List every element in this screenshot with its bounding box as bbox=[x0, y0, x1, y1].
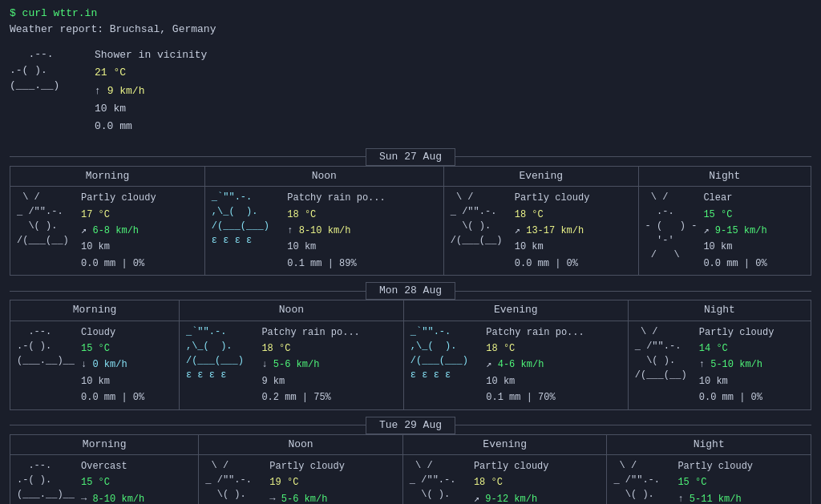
forecast-table-0: MorningNoonEveningNight \ / _ /"".-. \( … bbox=[10, 166, 811, 276]
prompt-symbol: $ curl wttr.in bbox=[10, 7, 97, 19]
cell-precip: 0.0 mm | 0% bbox=[81, 256, 156, 272]
cell-art-2-3: \ / _ /"".-. \( ). /(___(__) bbox=[613, 458, 671, 504]
cell-desc: Partly cloudy bbox=[699, 325, 774, 341]
cell-precip: 0.1 mm | 89% bbox=[287, 256, 385, 272]
current-info: Shower in vicinity 21 °C ↑ 9 km/h 10 km … bbox=[95, 46, 207, 135]
day-label-2: Tue 29 Aug bbox=[366, 417, 455, 434]
cell-wind: ↓ 0 km/h bbox=[81, 357, 144, 373]
cell-2-1: \ / _ /"".-. \( ). /(___(__) Partly clou… bbox=[199, 454, 403, 504]
cell-0-0: \ / _ /"".-. \( ). /(___(__) Partly clou… bbox=[10, 187, 205, 276]
cell-temp: 15 °C bbox=[677, 474, 753, 490]
col-header-1-3: Night bbox=[628, 300, 811, 321]
cell-temp: 18 °C bbox=[474, 474, 549, 490]
cell-temp: 14 °C bbox=[699, 341, 774, 357]
cell-data-2-2: Partly cloudy 18 °C ↗ 9-12 km/h 10 km bbox=[474, 458, 549, 504]
cell-art-1-1: _`"".-. ,\_( ). /(___(___) ε ε ε ε bbox=[186, 325, 255, 406]
day-header-line-left bbox=[10, 425, 366, 425]
cell-temp: 15 °C bbox=[703, 207, 766, 223]
cell-temp: 17 °C bbox=[81, 207, 156, 223]
cell-vis: 10 km bbox=[703, 239, 766, 255]
cell-2-2: \ / _ /"".-. \( ). /(___(__) Partly clou… bbox=[402, 454, 607, 504]
cell-data-0-2: Partly cloudy 18 °C ↗ 13-17 km/h 10 km 0… bbox=[515, 190, 590, 272]
cell-precip: 0.0 mm | 0% bbox=[699, 389, 774, 405]
day-header-line-left bbox=[10, 156, 366, 157]
current-visibility: 10 km bbox=[95, 100, 207, 118]
day-section-0: Sun 27 Aug MorningNoonEveningNight \ / _… bbox=[10, 148, 811, 276]
cell-data-2-0: Overcast 15 °C → 8-10 km/h 10 km bbox=[81, 458, 144, 504]
col-header-2-1: Noon bbox=[199, 434, 403, 454]
cell-data-1-2: Patchy rain po... 18 °C ↗ 4-6 km/h 10 km… bbox=[486, 325, 584, 406]
cell-vis: 10 km bbox=[287, 239, 385, 255]
col-header-0-3: Night bbox=[638, 167, 811, 187]
cell-desc: Partly cloudy bbox=[269, 458, 345, 474]
cell-desc: Cloudy bbox=[81, 325, 144, 341]
day-header-line-right bbox=[455, 291, 811, 292]
cell-data-2-3: Partly cloudy 15 °C ↑ 5-11 km/h 10 km bbox=[677, 458, 753, 504]
col-header-1-0: Morning bbox=[10, 300, 180, 321]
cell-wind: ↑ 5-10 km/h bbox=[699, 357, 774, 373]
cell-precip: 0.2 mm | 75% bbox=[261, 389, 359, 405]
cell-1-0: .--. .-( ). (___.__)__ Cloudy 15 °C ↓ 0 … bbox=[10, 321, 180, 409]
cell-desc: Overcast bbox=[81, 458, 144, 474]
cell-data-2-1: Partly cloudy 19 °C → 5-6 km/h 10 km bbox=[269, 458, 345, 504]
cell-data-1-0: Cloudy 15 °C ↓ 0 km/h 10 km 0.0 mm | 0% bbox=[81, 325, 144, 406]
day-header-line-left bbox=[10, 291, 366, 292]
current-wind: ↑ 9 km/h bbox=[95, 83, 207, 100]
cell-2-0: .--. .-( ). (___.__)__ Overcast 15 °C → … bbox=[10, 454, 199, 504]
cell-precip: 0.0 mm | 0% bbox=[515, 256, 590, 272]
cell-desc: Patchy rain po... bbox=[486, 325, 584, 341]
col-header-0-0: Morning bbox=[10, 167, 205, 187]
day-label-1: Mon 28 Aug bbox=[366, 282, 455, 300]
cell-vis: 10 km bbox=[81, 239, 156, 255]
cell-art-0-0: \ / _ /"".-. \( ). /(___(__) bbox=[17, 190, 75, 272]
cell-temp: 18 °C bbox=[261, 341, 359, 357]
day-header-2: Tue 29 Aug bbox=[10, 417, 811, 434]
current-art: .--. .-( ). (___.__) bbox=[10, 46, 82, 135]
current-precip: 0.0 mm bbox=[95, 118, 207, 135]
cell-desc: Partly cloudy bbox=[81, 190, 156, 206]
cell-1-2: _`"".-. ,\_( ). /(___(___) ε ε ε ε Patch… bbox=[403, 321, 628, 409]
cell-vis: 10 km bbox=[515, 239, 590, 255]
cell-1-1: _`"".-. ,\_( ). /(___(___) ε ε ε ε Patch… bbox=[179, 321, 403, 409]
cell-desc: Partly cloudy bbox=[474, 458, 549, 474]
current-condition: Shower in vicinity bbox=[95, 46, 207, 64]
cell-data-1-1: Patchy rain po... 18 °C ↓ 5-6 km/h 9 km … bbox=[261, 325, 359, 406]
cell-art-2-2: \ / _ /"".-. \( ). /(___(__) bbox=[410, 458, 467, 504]
forecast-table-2: MorningNoonEveningNight .--. .-( ). (___… bbox=[10, 434, 811, 504]
cell-temp: 18 °C bbox=[486, 341, 584, 357]
cell-wind: ↗ 4-6 km/h bbox=[486, 357, 584, 373]
cell-wind: ↑ 8-10 km/h bbox=[287, 223, 385, 239]
cell-wind: ↑ 5-11 km/h bbox=[677, 491, 753, 504]
cell-art-0-3: \ / .-. - ( ) - '-' / \ bbox=[645, 190, 698, 272]
cell-data-0-0: Partly cloudy 17 °C ↗ 6-8 km/h 10 km 0.0… bbox=[81, 190, 156, 272]
col-header-2-2: Evening bbox=[402, 434, 607, 454]
cell-desc: Partly cloudy bbox=[677, 458, 753, 474]
cell-0-1: _`"".-. ,\_( ). /(___(___) ε ε ε ε Patch… bbox=[204, 187, 443, 276]
col-header-0-1: Noon bbox=[204, 167, 443, 187]
forecast-table-1: MorningNoonEveningNight .--. .-( ). (___… bbox=[10, 300, 811, 409]
cell-desc: Partly cloudy bbox=[515, 190, 590, 206]
cell-vis: 9 km bbox=[261, 373, 359, 389]
cell-desc: Patchy rain po... bbox=[287, 190, 385, 206]
col-header-2-0: Morning bbox=[10, 434, 199, 454]
cell-1-3: \ / _ /"".-. \( ). /(___(__) Partly clou… bbox=[628, 321, 811, 409]
cell-wind: ↗ 9-15 km/h bbox=[703, 223, 766, 239]
day-section-1: Mon 28 Aug MorningNoonEveningNight .--. … bbox=[10, 282, 811, 409]
cell-wind: ↗ 9-12 km/h bbox=[474, 491, 549, 504]
cell-wind: ↗ 6-8 km/h bbox=[81, 223, 156, 239]
cell-vis: 10 km bbox=[699, 373, 774, 389]
cell-vis: 10 km bbox=[486, 373, 584, 389]
cell-data-0-1: Patchy rain po... 18 °C ↑ 8-10 km/h 10 k… bbox=[287, 190, 385, 272]
cell-art-0-1: _`"".-. ,\_( ). /(___(___) ε ε ε ε bbox=[212, 190, 281, 272]
cell-temp: 15 °C bbox=[81, 474, 144, 490]
col-header-1-2: Evening bbox=[403, 300, 628, 321]
cell-art-2-0: .--. .-( ). (___.__)__ bbox=[17, 458, 75, 504]
cell-precip: 0.0 mm | 0% bbox=[81, 389, 144, 405]
cell-art-1-3: \ / _ /"".-. \( ). /(___(__) bbox=[635, 325, 693, 406]
cell-0-3: \ / .-. - ( ) - '-' / \ Clear 15 °C ↗ 9-… bbox=[638, 187, 811, 276]
col-header-1-1: Noon bbox=[179, 300, 403, 321]
current-weather: .--. .-( ). (___.__) Shower in vicinity … bbox=[10, 43, 811, 138]
cell-data-1-3: Partly cloudy 14 °C ↑ 5-10 km/h 10 km 0.… bbox=[699, 325, 774, 406]
day-section-2: Tue 29 Aug MorningNoonEveningNight .--. … bbox=[10, 417, 811, 505]
day-header-0: Sun 27 Aug bbox=[10, 148, 811, 166]
